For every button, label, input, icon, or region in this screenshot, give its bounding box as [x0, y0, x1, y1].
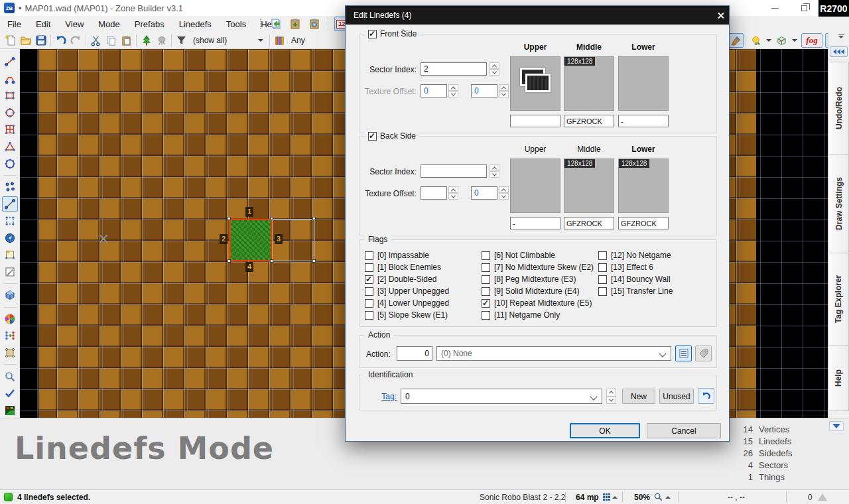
front-offset-y-spinner[interactable]	[499, 84, 509, 97]
tab-draw-settings[interactable]: Draw Settings	[829, 154, 849, 253]
tag-dropdown[interactable]: 0	[401, 389, 602, 404]
dialog-title-bar[interactable]: Edit Linedefs (4)	[346, 6, 729, 25]
tag-spinner[interactable]	[606, 389, 616, 404]
action-dropdown[interactable]: (0) None	[436, 346, 671, 361]
selected-sector[interactable]	[229, 219, 272, 261]
vertex[interactable]	[312, 217, 316, 220]
front-upper-texture-name[interactable]	[510, 115, 560, 127]
make-sector-button[interactable]	[2, 247, 18, 263]
menu-linedefs[interactable]: Linedefs	[172, 17, 219, 32]
things-filter-dropdown[interactable]: Any	[287, 33, 309, 48]
find-replace-tool[interactable]	[2, 369, 18, 384]
paste-button[interactable]	[119, 33, 134, 48]
back-offset-y-input[interactable]	[471, 186, 497, 200]
flag-checkbox-3-upper-unpegged[interactable]	[365, 287, 373, 296]
vertex[interactable]	[270, 217, 273, 220]
flag-checkbox-1-block-enemies[interactable]	[365, 263, 373, 272]
thing-marker[interactable]	[98, 233, 109, 244]
things-filter-icon-button[interactable]	[272, 33, 287, 48]
menu-mode[interactable]: Mode	[91, 17, 127, 32]
paste-prefab-button[interactable]	[287, 17, 302, 31]
statistics-dropdown-button[interactable]	[829, 421, 844, 431]
draw-triangle-tool[interactable]	[2, 139, 18, 155]
flag-checkbox-14-bouncy-wall[interactable]	[598, 275, 607, 284]
menu-tools[interactable]: Tools	[219, 17, 253, 32]
tag-link[interactable]: Tag:	[377, 392, 397, 401]
flag-checkbox-11-netgame-only[interactable]	[482, 311, 490, 320]
vertex[interactable]	[312, 259, 316, 263]
flag-checkbox-4-lower-unpegged[interactable]	[365, 299, 373, 308]
save-map-button[interactable]	[33, 33, 48, 48]
collapse-panel-button[interactable]	[830, 46, 848, 57]
test-map-button[interactable]	[139, 33, 154, 48]
cancel-button[interactable]: Cancel	[647, 423, 721, 438]
flag-checkbox-9-solid-midtexture-e4[interactable]	[482, 287, 490, 296]
redo-button[interactable]	[68, 33, 84, 48]
menu-edit[interactable]: Edit	[29, 17, 58, 32]
back-lower-texture-preview[interactable]: 128x128	[618, 158, 669, 213]
fixed-things-scale-button[interactable]	[728, 33, 744, 48]
action-number-input[interactable]	[397, 346, 432, 361]
brightness-toggle-button[interactable]	[748, 33, 763, 48]
warnings-indicator[interactable]: 0	[808, 490, 827, 504]
front-offset-x-input[interactable]	[421, 84, 447, 97]
undo-button[interactable]	[53, 33, 68, 48]
back-offset-x-input[interactable]	[421, 186, 447, 200]
front-sector-index-spinner[interactable]	[490, 62, 499, 76]
zoom-indicator[interactable]: 50%	[634, 490, 671, 504]
front-offset-y-input[interactable]	[471, 84, 497, 97]
new-map-button[interactable]	[3, 33, 18, 48]
tab-help[interactable]: Help	[829, 345, 849, 411]
linedefs-mode-button[interactable]	[2, 196, 18, 212]
menu-file[interactable]: File	[0, 17, 29, 32]
test-thing-button[interactable]	[154, 33, 169, 48]
insert-prefab-button[interactable]	[268, 17, 283, 31]
tab-undo-redo[interactable]: Undo/Redo	[829, 62, 849, 155]
script-editor-tool[interactable]	[2, 403, 18, 418]
minimize-button[interactable]	[761, 0, 788, 16]
filter-dropdown[interactable]: (show all)	[189, 33, 267, 48]
browse-action-button[interactable]	[675, 346, 692, 361]
restore-button[interactable]	[791, 0, 817, 16]
back-upper-texture-preview[interactable]	[510, 158, 560, 213]
cut-button[interactable]	[88, 33, 103, 48]
front-middle-texture-name[interactable]	[564, 115, 614, 127]
menu-view[interactable]: View	[58, 17, 91, 32]
draw-rectangle-tool[interactable]	[2, 88, 18, 103]
prefab-options-button[interactable]	[306, 17, 322, 31]
edit-selection-tool[interactable]	[2, 265, 18, 280]
flag-checkbox-10-repeat-midtexture-e5[interactable]	[482, 299, 490, 308]
vertex[interactable]	[228, 217, 231, 220]
flag-checkbox-13-effect-6[interactable]	[598, 263, 607, 272]
front-lower-texture-preview[interactable]	[618, 56, 669, 111]
front-upper-texture-preview[interactable]	[510, 56, 560, 111]
front-sector-index-input[interactable]	[421, 62, 487, 76]
back-side-checkbox[interactable]	[368, 132, 377, 141]
flag-checkbox-6-not-climbable[interactable]	[482, 251, 490, 260]
copy-button[interactable]	[103, 33, 119, 48]
flag-checkbox-2-double-sided[interactable]	[365, 275, 373, 284]
flag-checkbox-8-peg-midtexture-e3[interactable]	[482, 275, 490, 284]
front-side-checkbox[interactable]	[368, 30, 377, 38]
back-middle-texture-preview[interactable]: 128x128	[564, 158, 614, 213]
flag-checkbox-15-transfer-line[interactable]	[598, 287, 607, 296]
fog-toggle-button[interactable]: fog	[801, 33, 822, 48]
front-middle-texture-preview[interactable]: 128x128	[564, 56, 614, 111]
vertex[interactable]	[270, 259, 273, 263]
vertex[interactable]	[228, 259, 231, 263]
menu-prefabs[interactable]: Prefabs	[127, 17, 172, 32]
sectors-mode-button[interactable]	[2, 214, 18, 229]
back-offset-x-spinner[interactable]	[448, 186, 458, 200]
reset-tag-button[interactable]	[698, 388, 714, 404]
flag-checkbox-5-slope-skew-e1[interactable]	[365, 311, 373, 320]
unused-tag-button[interactable]: Unused	[659, 389, 694, 404]
linedef-filter-icon-button[interactable]	[174, 33, 189, 48]
map-analysis-tool[interactable]	[2, 386, 18, 401]
flag-checkbox-0-impassable[interactable]	[365, 251, 373, 260]
color-picker-tool[interactable]	[2, 312, 18, 327]
draw-ellipse-tool[interactable]	[2, 105, 18, 121]
visual-mode-button[interactable]	[2, 288, 18, 303]
new-tag-button[interactable]: New	[622, 389, 655, 404]
open-map-button[interactable]	[18, 33, 33, 48]
flag-checkbox-12-no-netgame[interactable]	[598, 251, 607, 260]
